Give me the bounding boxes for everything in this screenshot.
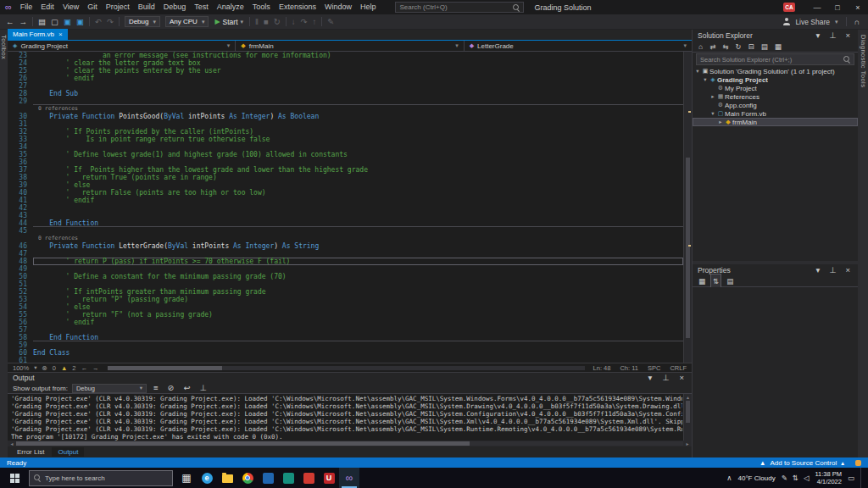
- new-project-icon[interactable]: ▤: [36, 15, 48, 29]
- menu-project[interactable]: Project: [102, 0, 134, 14]
- edit-icon[interactable]: ✎: [325, 15, 337, 29]
- app-red-icon[interactable]: [298, 468, 319, 488]
- file-explorer-icon[interactable]: [217, 468, 237, 488]
- step-into-icon[interactable]: ↓: [289, 15, 298, 29]
- tree-item-frmmain[interactable]: ▸◆frmMain: [693, 118, 858, 126]
- solution-explorer-search-box[interactable]: Search Solution Explorer (Ctrl+;): [696, 53, 854, 65]
- switch-views-icon[interactable]: ⇄: [708, 40, 717, 53]
- feedback-icon[interactable]: [855, 460, 861, 466]
- close-icon[interactable]: ×: [843, 263, 853, 277]
- collapse-all-icon[interactable]: ⊟: [747, 40, 756, 53]
- visual-studio-icon[interactable]: ∞: [339, 468, 359, 488]
- tree-item-solution[interactable]: ▾▣Solution 'Grading Solution' (1 of 1 pr…: [693, 67, 858, 75]
- volume-icon[interactable]: ◁: [804, 474, 810, 482]
- menu-extensions[interactable]: Extensions: [275, 0, 320, 14]
- chrome-icon[interactable]: [237, 468, 258, 488]
- menu-view[interactable]: View: [58, 0, 83, 14]
- property-pages-icon[interactable]: ▤: [725, 274, 735, 288]
- tree-item-app-config[interactable]: ⚙App.config: [693, 101, 858, 109]
- code-editor[interactable]: 23 an error message (see instructions fo…: [8, 52, 692, 363]
- menu-window[interactable]: Window: [320, 0, 356, 14]
- pin-message-icon[interactable]: ⊥: [197, 381, 209, 395]
- scroll-left-icon[interactable]: ◂: [8, 441, 16, 446]
- tab-error-list[interactable]: Error List: [11, 447, 50, 457]
- step-out-icon[interactable]: ↑: [309, 15, 319, 29]
- output-horizontal-scrollbar[interactable]: ◂ ▸: [8, 441, 692, 446]
- show-desktop-button[interactable]: [860, 468, 863, 488]
- scrollbar-thumb[interactable]: [686, 401, 690, 423]
- save-all-icon[interactable]: ▣: [74, 15, 86, 29]
- categorized-icon[interactable]: ▦: [697, 274, 707, 288]
- app-teal-icon[interactable]: [278, 468, 298, 488]
- navbar-project-dropdown[interactable]: ◈ Grading Project ▾: [8, 41, 236, 51]
- live-share-button[interactable]: Live Share: [795, 18, 830, 26]
- wrap-icon[interactable]: ↩: [181, 381, 192, 395]
- scroll-right-icon[interactable]: ▸: [683, 441, 692, 446]
- menu-help[interactable]: Help: [356, 0, 381, 14]
- menu-build[interactable]: Build: [134, 0, 159, 14]
- toolbox-side-tab[interactable]: Toolbox: [0, 30, 8, 458]
- add-to-source-control-button[interactable]: Add to Source Control: [771, 459, 837, 467]
- stop-icon[interactable]: ■: [261, 15, 271, 29]
- scrollbar-thumb[interactable]: [16, 441, 470, 446]
- home-icon[interactable]: ⌂: [697, 40, 704, 53]
- taskbar-search-box[interactable]: Type here to search: [29, 470, 173, 486]
- menu-git[interactable]: Git: [83, 0, 102, 14]
- close-icon[interactable]: ×: [843, 29, 853, 42]
- editor-vertical-scrollbar[interactable]: [683, 52, 692, 363]
- menu-file[interactable]: File: [16, 0, 37, 14]
- weather-widget[interactable]: 40°F Cloudy: [738, 474, 776, 482]
- platform-dropdown[interactable]: Any CPU ▾: [165, 16, 209, 27]
- navbar-type-dropdown[interactable]: ◆ frmMain ▾: [236, 41, 464, 51]
- redo-icon[interactable]: ↷: [104, 15, 116, 29]
- output-vertical-scrollbar[interactable]: ▴: [683, 394, 692, 441]
- pen-icon[interactable]: ✎: [782, 474, 787, 482]
- properties-grid[interactable]: [693, 287, 858, 458]
- output-log[interactable]: 'Grading Project.exe' (CLR v4.0.30319: G…: [8, 394, 692, 441]
- task-view-icon[interactable]: ▦: [176, 468, 197, 488]
- show-all-files-icon[interactable]: ▤: [760, 40, 770, 53]
- notifications-bell-icon[interactable]: ∩: [854, 18, 860, 26]
- app-blue-icon[interactable]: [258, 468, 278, 488]
- menu-debug[interactable]: Debug: [159, 0, 191, 14]
- quick-search-box[interactable]: Search (Ctrl+Q): [395, 2, 524, 13]
- pin-icon[interactable]: ⊥: [826, 263, 838, 277]
- network-icon[interactable]: ⇅: [793, 474, 798, 482]
- scrollbar-thumb[interactable]: [686, 158, 690, 338]
- find-message-icon[interactable]: ≡: [151, 381, 161, 395]
- restart-icon[interactable]: ↻: [271, 15, 283, 29]
- close-tab-icon[interactable]: ×: [58, 30, 63, 38]
- taskbar-clock[interactable]: 11:38 PM 4/1/2022: [815, 470, 842, 485]
- maximize-button[interactable]: □: [827, 0, 848, 14]
- menu-test[interactable]: Test: [190, 0, 213, 14]
- start-button[interactable]: [0, 468, 29, 488]
- navbar-member-dropdown[interactable]: ◆ LetterGrade ▾: [465, 41, 692, 51]
- tab-main-form-vb[interactable]: Main Form.vb ×: [8, 29, 68, 40]
- menu-edit[interactable]: Edit: [36, 0, 58, 14]
- edge-icon[interactable]: e: [197, 468, 217, 488]
- minimize-button[interactable]: —: [807, 0, 827, 14]
- diagnostic-tools-side-tab[interactable]: Diagnostic Tools: [858, 30, 868, 458]
- close-button[interactable]: ×: [848, 0, 868, 14]
- warning-icon[interactable]: ▲: [61, 364, 67, 372]
- account-badge[interactable]: CA: [783, 3, 795, 12]
- forward-icon[interactable]: →: [17, 15, 31, 29]
- navigate-back-icon[interactable]: ←: [81, 364, 88, 372]
- editor-horizontal-scrollbar[interactable]: [108, 366, 585, 370]
- properties-icon[interactable]: ▦: [773, 40, 783, 53]
- sync-with-active-document-icon[interactable]: ⇆: [721, 40, 730, 53]
- configuration-dropdown[interactable]: Debug ▾: [125, 16, 160, 27]
- chevron-down-icon[interactable]: ▾: [813, 29, 822, 42]
- zoom-level-dropdown[interactable]: 100%: [13, 364, 29, 372]
- save-icon[interactable]: ▣: [61, 15, 74, 29]
- scrollbar-thumb[interactable]: [108, 366, 222, 370]
- back-icon[interactable]: ←: [3, 15, 17, 29]
- menu-analyze[interactable]: Analyze: [213, 0, 248, 14]
- tab-output[interactable]: Output: [52, 447, 84, 457]
- step-over-icon[interactable]: ↷: [298, 15, 309, 29]
- menu-tools[interactable]: Tools: [248, 0, 275, 14]
- error-count-icon[interactable]: ⊗: [42, 364, 47, 372]
- start-debug-button[interactable]: ▶ Start ▾: [214, 18, 243, 26]
- tree-item-my-project[interactable]: ⚙My Project: [693, 84, 858, 92]
- refresh-icon[interactable]: ↻: [733, 40, 743, 53]
